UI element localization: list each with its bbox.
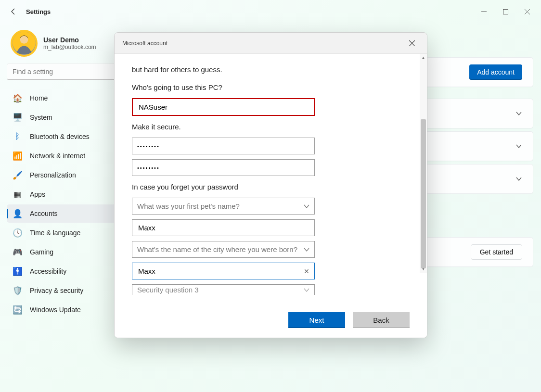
sq3-text: Security question 3 bbox=[137, 286, 199, 294]
chevron-down-icon bbox=[304, 203, 309, 209]
dialog-titlebar: Microsoft account bbox=[115, 33, 427, 54]
avatar bbox=[11, 30, 38, 57]
intro-text-tail: but hard for others to guess. bbox=[132, 65, 412, 74]
sidebar-item-label: Time & language bbox=[30, 229, 80, 237]
app-title: Settings bbox=[26, 8, 51, 15]
system-icon: 🖥️ bbox=[13, 113, 22, 122]
username-field[interactable] bbox=[132, 98, 315, 116]
security-question-3-select[interactable]: Security question 3 bbox=[132, 284, 315, 295]
sidebar-item-label: Home bbox=[30, 94, 48, 102]
microsoft-account-dialog: Microsoft account but hard for others to… bbox=[114, 32, 427, 338]
back-button-dialog[interactable]: Back bbox=[353, 312, 410, 328]
security-question-1-select[interactable]: What was your first pet's name? bbox=[132, 198, 315, 215]
close-button[interactable] bbox=[516, 4, 538, 19]
sq1-text: What was your first pet's name? bbox=[137, 202, 240, 210]
who-label: Who's going to use this PC? bbox=[132, 83, 412, 91]
sidebar-item-label: Accounts bbox=[30, 210, 58, 217]
svg-rect-1 bbox=[503, 9, 508, 14]
profile-name: User Demo bbox=[43, 36, 96, 44]
sq2-text: What's the name of the city where you we… bbox=[137, 245, 297, 253]
chevron-down-icon bbox=[304, 247, 309, 253]
password-mask: •••••••• bbox=[137, 143, 160, 149]
secure-label: Make it secure. bbox=[132, 123, 412, 131]
next-button[interactable]: Next bbox=[288, 312, 345, 328]
maximize-button[interactable] bbox=[495, 4, 516, 19]
titlebar: Settings bbox=[0, 0, 541, 23]
sidebar-item-label: Bluetooth & devices bbox=[30, 133, 90, 140]
window-controls bbox=[473, 4, 538, 19]
sidebar-item-label: Privacy & security bbox=[30, 287, 83, 294]
confirm-mask: •••••••• bbox=[137, 165, 160, 171]
apps-icon: ▦ bbox=[13, 190, 22, 199]
profile-email: m_lab@outlook.com bbox=[43, 44, 96, 51]
brush-icon: 🖌️ bbox=[13, 170, 22, 180]
dialog-footer: Next Back bbox=[115, 306, 427, 338]
chevron-down-icon bbox=[304, 287, 309, 293]
scroll-thumb[interactable] bbox=[421, 119, 426, 268]
accessibility-icon: 🚹 bbox=[13, 266, 22, 276]
scroll-up-arrow[interactable]: ▲ bbox=[420, 54, 427, 62]
chevron-down-icon bbox=[515, 176, 522, 182]
password-field[interactable]: •••••••• bbox=[132, 138, 315, 154]
sidebar-item-label: Network & internet bbox=[30, 152, 85, 160]
add-account-button[interactable]: Add account bbox=[469, 64, 522, 80]
username-input[interactable] bbox=[138, 102, 309, 112]
person-icon: 👤 bbox=[13, 209, 22, 218]
sidebar-item-label: Personalization bbox=[30, 171, 76, 179]
security-answer-1-input[interactable] bbox=[137, 223, 309, 232]
dialog-scrollbar[interactable]: ▲ ▼ bbox=[420, 54, 427, 273]
security-question-2-select[interactable]: What's the name of the city where you we… bbox=[132, 241, 315, 258]
get-started-button[interactable]: Get started bbox=[471, 244, 522, 260]
sidebar-item-label: Apps bbox=[30, 190, 45, 198]
bluetooth-icon: ᛒ bbox=[13, 132, 22, 141]
gamepad-icon: 🎮 bbox=[13, 247, 22, 257]
dialog-title: Microsoft account bbox=[122, 40, 167, 47]
forgot-label: In case you forget your password bbox=[132, 183, 412, 191]
chevron-down-icon bbox=[515, 143, 522, 150]
security-answer-1-field[interactable] bbox=[132, 219, 315, 236]
sidebar-item-label: System bbox=[30, 114, 52, 121]
back-button[interactable] bbox=[8, 6, 19, 17]
sidebar-item-label: Windows Update bbox=[30, 306, 81, 314]
security-answer-2-field[interactable]: ✕ bbox=[132, 263, 315, 279]
update-icon: 🔄 bbox=[13, 305, 22, 315]
clock-icon: 🕓 bbox=[13, 228, 22, 238]
clear-icon[interactable]: ✕ bbox=[304, 267, 309, 275]
minimize-button[interactable] bbox=[473, 4, 495, 19]
dialog-close-button[interactable] bbox=[405, 36, 419, 51]
chevron-down-icon bbox=[515, 110, 522, 117]
wifi-icon: 📶 bbox=[13, 151, 22, 161]
security-answer-2-input[interactable] bbox=[137, 266, 299, 276]
scroll-track[interactable] bbox=[420, 62, 427, 265]
sidebar-item-label: Accessibility bbox=[30, 267, 66, 275]
confirm-password-field[interactable]: •••••••• bbox=[132, 159, 315, 176]
home-icon: 🏠 bbox=[13, 93, 22, 103]
shield-icon: 🛡️ bbox=[13, 286, 22, 295]
sidebar-item-label: Gaming bbox=[30, 248, 53, 256]
